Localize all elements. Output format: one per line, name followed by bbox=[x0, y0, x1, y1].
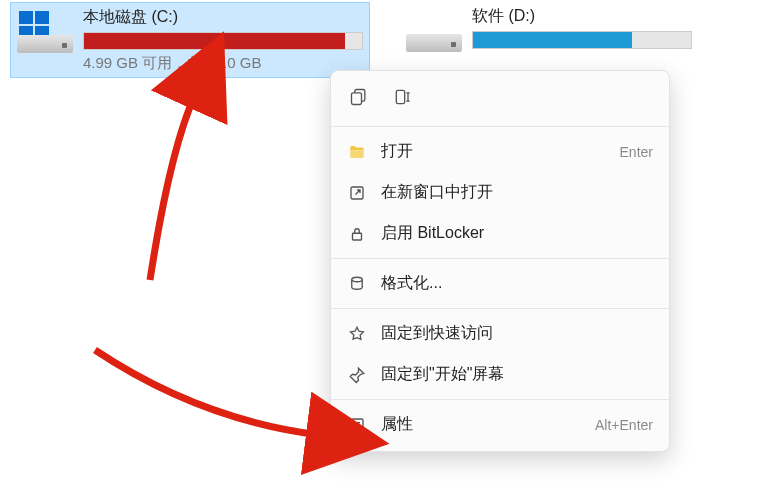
drive-info-d: 软件 (D:) bbox=[472, 6, 732, 49]
drive-context-menu: 打开 Enter 在新窗口中打开 启用 BitLocker 格式化... 固定到… bbox=[330, 70, 670, 452]
separator bbox=[331, 399, 669, 400]
svg-rect-1 bbox=[352, 93, 362, 105]
menu-label: 在新窗口中打开 bbox=[381, 182, 653, 203]
menu-shortcut: Enter bbox=[620, 144, 653, 160]
open-new-window-icon bbox=[347, 183, 367, 203]
rename-icon[interactable] bbox=[393, 87, 413, 110]
svg-rect-4 bbox=[353, 233, 362, 240]
separator bbox=[331, 308, 669, 309]
menu-format[interactable]: 格式化... bbox=[331, 263, 669, 304]
drive-c[interactable]: 本地磁盘 (C:) 4.99 GB 可用，共 80.0 GB bbox=[10, 2, 370, 78]
menu-pin-quick-access[interactable]: 固定到快速访问 bbox=[331, 313, 669, 354]
drive-info-c: 本地磁盘 (C:) 4.99 GB 可用，共 80.0 GB bbox=[83, 7, 363, 73]
star-icon bbox=[347, 324, 367, 344]
menu-properties[interactable]: 属性 Alt+Enter bbox=[331, 404, 669, 445]
separator bbox=[331, 126, 669, 127]
svg-rect-2 bbox=[396, 90, 404, 103]
drive-name: 软件 (D:) bbox=[472, 6, 732, 27]
menu-label: 固定到快速访问 bbox=[381, 323, 653, 344]
properties-icon bbox=[347, 415, 367, 435]
copy-icon[interactable] bbox=[349, 87, 369, 110]
svg-point-5 bbox=[352, 277, 363, 282]
format-drive-icon bbox=[347, 274, 367, 294]
usage-bar bbox=[83, 32, 363, 50]
drive-icon-d bbox=[406, 10, 462, 52]
separator bbox=[331, 258, 669, 259]
drive-name: 本地磁盘 (C:) bbox=[83, 7, 363, 28]
menu-label: 固定到"开始"屏幕 bbox=[381, 364, 653, 385]
menu-label: 属性 bbox=[381, 414, 581, 435]
menu-shortcut: Alt+Enter bbox=[595, 417, 653, 433]
drive-usage-text: 4.99 GB 可用，共 80.0 GB bbox=[83, 54, 363, 73]
menu-label: 启用 BitLocker bbox=[381, 223, 653, 244]
usage-bar bbox=[472, 31, 692, 49]
menu-label: 打开 bbox=[381, 141, 606, 162]
menu-open[interactable]: 打开 Enter bbox=[331, 131, 669, 172]
pin-icon bbox=[347, 365, 367, 385]
drive-icon-c bbox=[17, 11, 73, 53]
menu-pin-start[interactable]: 固定到"开始"屏幕 bbox=[331, 354, 669, 395]
drive-d[interactable]: 软件 (D:) bbox=[400, 2, 738, 56]
menu-open-new-window[interactable]: 在新窗口中打开 bbox=[331, 172, 669, 213]
folder-open-icon bbox=[347, 142, 367, 162]
menu-label: 格式化... bbox=[381, 273, 653, 294]
lock-icon bbox=[347, 224, 367, 244]
menu-bitlocker[interactable]: 启用 BitLocker bbox=[331, 213, 669, 254]
